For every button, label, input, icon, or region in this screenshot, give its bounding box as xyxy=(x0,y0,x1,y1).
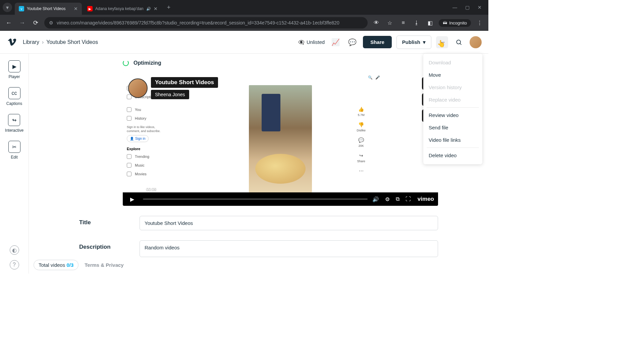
short-video-frame xyxy=(249,85,312,192)
incognito-label: Incognito xyxy=(449,20,467,25)
audio-icon[interactable]: 🔊 xyxy=(146,7,151,11)
video-count: 0/3 xyxy=(66,262,73,268)
menu-send-file[interactable]: Send file xyxy=(423,121,482,134)
share-button[interactable]: Share xyxy=(363,36,392,48)
analytics-icon[interactable]: 📈 xyxy=(329,36,341,48)
author-avatar xyxy=(128,78,148,98)
progress-bar[interactable] xyxy=(143,198,368,200)
close-window-button[interactable]: ✕ xyxy=(478,5,482,10)
footer: Total videos 0/3 Terms & Privacy xyxy=(34,260,124,270)
publish-label: Publish xyxy=(402,39,420,45)
video-count-pill[interactable]: Total videos 0/3 xyxy=(34,260,78,270)
chevron-right-icon: › xyxy=(42,39,44,45)
play-button[interactable]: ▶ xyxy=(125,194,140,204)
address-bar[interactable]: ⚙ vimeo.com/manage/videos/896376989/72fd… xyxy=(44,17,368,28)
bookmark-icon[interactable]: ☆ xyxy=(385,18,394,27)
site-settings-icon[interactable]: ⚙ xyxy=(49,20,53,25)
settings-button[interactable]: ⚙ xyxy=(384,196,391,202)
window-controls: — ▢ ✕ xyxy=(452,5,486,10)
chevron-down-icon: ▾ xyxy=(423,39,426,45)
pip-button[interactable]: ⧉ xyxy=(394,196,401,202)
menu-divider xyxy=(427,107,479,108)
terms-link[interactable]: Terms & Privacy xyxy=(85,262,123,268)
title-label: Title xyxy=(79,216,129,226)
breadcrumb-current: Youtube Short Videos xyxy=(46,39,98,45)
sidebar-label: Interactive xyxy=(5,128,23,133)
browser-tab-strip: ▾ v Youtube Short Videos ✕ ▶ Adana keyfa… xyxy=(0,0,488,15)
svg-point-0 xyxy=(457,40,461,44)
content-area: Optimizing i 🔍 🎤 ⋮ 👤 Shorts Subscription… xyxy=(29,54,488,274)
publish-button[interactable]: Publish ▾ xyxy=(396,36,431,49)
edit-icon: ✂ xyxy=(8,141,20,153)
browser-menu-button[interactable]: ⋮ xyxy=(475,18,484,27)
browser-toolbar: ← → ⟳ ⚙ vimeo.com/manage/videos/89637698… xyxy=(0,15,488,31)
privacy-indicator[interactable]: 👁‍🗨 Unlisted xyxy=(298,39,325,45)
sidebar-label: Edit xyxy=(11,155,18,160)
sidebar-item-edit[interactable]: ✂ Edit xyxy=(8,141,20,160)
reload-button[interactable]: ⟳ xyxy=(31,18,40,27)
new-tab-button[interactable]: + xyxy=(163,4,175,11)
close-icon[interactable]: ✕ xyxy=(74,6,78,11)
title-input[interactable] xyxy=(140,216,438,230)
menu-review-video[interactable]: Review video xyxy=(423,109,482,121)
tab-title: Youtube Short Videos xyxy=(27,6,71,11)
more-options-button[interactable]: ⋯ xyxy=(436,36,448,48)
tab-search-button[interactable]: ▾ xyxy=(3,3,12,12)
breadcrumb: Library › Youtube Short Videos xyxy=(23,39,98,45)
menu-move[interactable]: Move xyxy=(423,69,482,81)
url-text: vimeo.com/manage/videos/896376989/72fd7f… xyxy=(57,20,363,25)
volume-button[interactable]: 🔊 xyxy=(371,196,380,202)
youtube-favicon: ▶ xyxy=(87,6,93,11)
fullscreen-button[interactable]: ⛶ xyxy=(404,196,412,202)
interactive-icon: ↬ xyxy=(8,114,20,126)
vimeo-logo[interactable] xyxy=(7,37,17,48)
maximize-button[interactable]: ▢ xyxy=(465,5,470,10)
privacy-label: Unlisted xyxy=(307,39,325,45)
close-icon[interactable]: ✕ xyxy=(154,6,158,11)
total-videos-label: Total videos xyxy=(39,262,65,268)
search-button[interactable] xyxy=(453,36,465,48)
sidebar-label: Captions xyxy=(6,101,22,106)
minimize-button[interactable]: — xyxy=(452,5,457,10)
breadcrumb-library[interactable]: Library xyxy=(23,39,39,45)
tab-youtube[interactable]: ▶ Adana keyfasya kebap'dan 🔊 ✕ xyxy=(83,3,162,15)
description-field-row: Description Random videos xyxy=(79,240,438,257)
menu-video-file-links[interactable]: Video file links xyxy=(423,134,482,146)
forward-button[interactable]: → xyxy=(17,18,27,27)
playlist-icon[interactable]: ≡ xyxy=(398,18,408,27)
vimeo-watermark[interactable]: vimeo xyxy=(416,196,436,202)
incognito-icon: 🕶 xyxy=(443,20,447,25)
sidebar-item-player[interactable]: ▶ Player xyxy=(8,60,20,79)
menu-delete-video[interactable]: Delete video xyxy=(423,149,482,162)
captions-icon: cc xyxy=(8,87,20,99)
sidepanel-icon[interactable]: ◧ xyxy=(425,18,435,27)
incognito-badge[interactable]: 🕶 Incognito xyxy=(439,19,471,27)
eye-blocked-icon[interactable]: 👁 xyxy=(372,18,381,27)
back-button[interactable]: ← xyxy=(4,18,13,27)
vimeo-favicon: v xyxy=(19,6,24,11)
comments-icon[interactable]: 💬 xyxy=(346,36,358,48)
sidebar-item-captions[interactable]: cc Captions xyxy=(6,87,22,106)
left-sidebar: ▶ Player cc Captions ↬ Interactive ✂ Edi… xyxy=(0,54,29,274)
sidebar-item-interactive[interactable]: ↬ Interactive xyxy=(5,114,23,133)
tab-vimeo[interactable]: v Youtube Short Videos ✕ xyxy=(15,3,82,15)
menu-version-history: Version history xyxy=(423,81,482,94)
player-icon: ▶ xyxy=(8,60,20,72)
status-icon[interactable]: ◐ xyxy=(10,245,19,255)
video-title-badge: Youtube Short Videos xyxy=(151,77,218,88)
menu-replace-video: Replace video xyxy=(423,94,482,106)
search-icon: 🔍 xyxy=(368,75,373,80)
spinner-icon xyxy=(123,60,129,66)
more-options-menu: Download Move Version history Replace vi… xyxy=(423,54,482,164)
eye-slash-icon: 👁‍🗨 xyxy=(298,39,305,45)
player-controls: ▶ 🔊 ⚙ ⧉ ⛶ vimeo xyxy=(123,192,438,206)
title-field-row: Title xyxy=(79,216,438,230)
vimeo-header: Library › Youtube Short Videos 👁‍🗨 Unlis… xyxy=(0,31,488,54)
help-icon[interactable]: ? xyxy=(10,260,19,269)
description-input[interactable]: Random videos xyxy=(140,240,438,257)
optimizing-label: Optimizing xyxy=(133,60,161,66)
video-title-overlay: Youtube Short Videos Sheena Jones xyxy=(128,77,218,99)
video-player[interactable]: 🔍 🎤 ⋮ 👤 Shorts Subscriptions You History… xyxy=(123,72,438,206)
user-avatar[interactable] xyxy=(470,36,482,48)
download-icon[interactable]: ⭳ xyxy=(412,18,421,27)
